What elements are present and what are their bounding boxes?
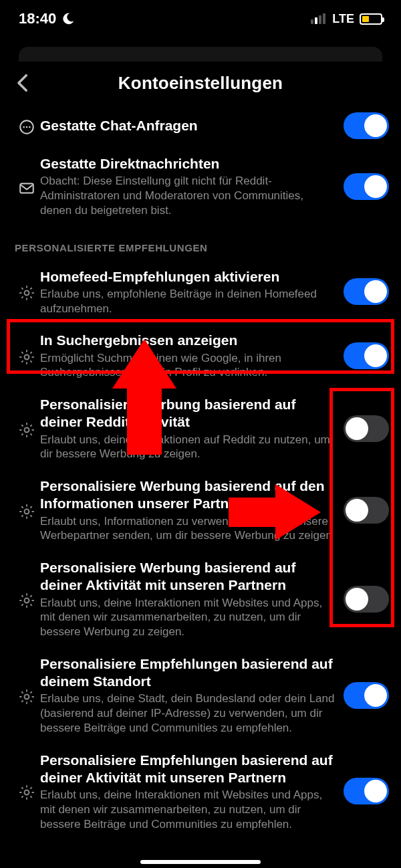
toggle-ads-reddit-activity[interactable] [344,415,389,442]
row-title: Personalisiere Werbung basierend auf dei… [40,396,337,431]
row-recs-location[interactable]: Personalisiere Empfehlungen basierend au… [0,647,401,744]
row-subtitle: Erlaube uns, empfohlene Beiträge in dein… [40,287,337,316]
row-title: Personalisiere Empfehlungen basierend au… [40,655,337,691]
toggle-ads-partner-info[interactable] [344,497,389,524]
row-subtitle: Erlaubt uns, deine Interaktionen mit Web… [40,788,337,831]
svg-point-6 [25,355,29,360]
toggle-ads-partner-activity[interactable] [344,586,389,613]
row-subtitle: Erlaube uns, deine Stadt, dein Bundeslan… [40,691,337,735]
row-recs-partner-activity[interactable]: Personalisiere Empfehlungen basierend au… [0,744,401,840]
row-chat-requests[interactable]: Gestatte Chat-Anfragen [0,104,401,147]
row-show-in-search[interactable]: In Suchergebnissen anzeigen Ermöglicht S… [0,324,401,388]
row-title: Personalisiere Empfehlungen basierend au… [40,752,337,787]
svg-point-3 [29,126,31,128]
row-subtitle: Erlaubt uns, deine Interaktionen auf Red… [40,433,337,462]
annotation-arrow-up-icon [112,339,176,389]
network-label: LTE [332,12,354,26]
row-homefeed-recs[interactable]: Homefeed-Empfehlungen aktivieren Erlaube… [0,260,401,324]
svg-point-7 [25,428,29,433]
row-ads-partner-activity[interactable]: Personalisiere Werbung basierend auf dei… [0,551,401,647]
svg-point-1 [23,126,25,128]
row-title: Gestatte Chat-Anfragen [40,117,337,134]
svg-point-11 [25,790,29,795]
row-title: Gestatte Direktnachrichten [40,155,337,173]
gear-icon [18,348,35,366]
svg-point-9 [25,598,29,603]
status-time: 18:40 [19,10,56,27]
annotation-arrow-right-icon [275,484,321,540]
toggle-recs-location[interactable] [344,682,389,709]
svg-point-2 [26,126,28,128]
gear-icon [18,284,35,302]
gear-icon [18,784,35,801]
row-ads-reddit-activity[interactable]: Personalisiere Werbung basierend auf dei… [0,388,401,469]
svg-point-8 [25,510,29,514]
do-not-disturb-icon [61,12,75,25]
row-ads-partner-info[interactable]: Personalisiere Werbung basierend auf den… [0,469,401,551]
svg-rect-4 [20,183,33,193]
toggle-recs-partner-activity[interactable] [344,778,389,804]
row-title: In Suchergebnissen anzeigen [40,332,337,349]
row-subtitle: Ermöglicht Suchmaschinen wie Google, in … [40,351,337,381]
svg-point-10 [25,694,29,699]
signal-icon [311,13,325,24]
gear-icon [18,503,35,520]
row-subtitle: Obacht: Diese Einstellung gilt nicht für… [40,174,337,217]
toggle-show-in-search[interactable] [344,342,389,369]
row-title: Personalisiere Werbung basierend auf dei… [40,559,337,594]
toggle-homefeed-recs[interactable] [344,278,389,305]
row-title: Homefeed-Empfehlungen aktivieren [40,268,337,286]
chat-icon [18,118,35,136]
section-header-personal: PERSONALISIERTE EMPFEHLUNGEN [0,226,401,260]
gear-icon [18,421,35,439]
title-bar: Kontoeinstellungen [0,62,401,104]
toggle-direct-messages[interactable] [344,173,389,200]
gear-icon [18,592,35,609]
svg-point-5 [25,291,29,296]
row-direct-messages[interactable]: Gestatte Direktnachrichten Obacht: Diese… [0,147,401,226]
toggle-chat-requests[interactable] [344,112,389,139]
page-title: Kontoeinstellungen [0,73,401,94]
status-bar: 18:40 LTE [0,0,401,37]
home-indicator[interactable] [140,860,261,864]
mail-icon [18,179,35,197]
sheet-background-stub [19,47,382,62]
battery-icon [360,13,382,25]
row-subtitle: Erlaubt uns, deine Interaktionen mit Web… [40,596,337,639]
gear-icon [18,688,35,706]
